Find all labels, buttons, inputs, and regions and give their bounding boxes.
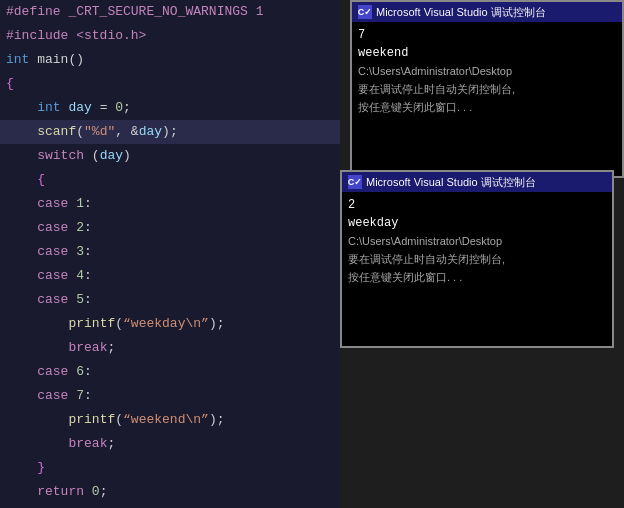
code-line-20: } bbox=[0, 456, 340, 480]
code-line-17: case 7: bbox=[0, 384, 340, 408]
console-2-titlebar: C✓ Microsoft Visual Studio 调试控制台 bbox=[342, 172, 612, 192]
code-line-16: case 6: bbox=[0, 360, 340, 384]
console-window-2[interactable]: C✓ Microsoft Visual Studio 调试控制台 2weekda… bbox=[340, 170, 614, 348]
code-line-12: case 4: bbox=[0, 264, 340, 288]
code-line-5: int day = 0; bbox=[0, 96, 340, 120]
code-line-2: #include <stdio.h> bbox=[0, 24, 340, 48]
code-line-15: break; bbox=[0, 336, 340, 360]
code-line-13: case 5: bbox=[0, 288, 340, 312]
console-1-icon: C✓ bbox=[358, 5, 372, 19]
code-line-21: return 0; bbox=[0, 480, 340, 504]
console-1-body: 7weekendC:\Users\Administrator\Desktop要在… bbox=[352, 22, 622, 120]
console-2-icon: C✓ bbox=[348, 175, 362, 189]
code-line-14: printf(“weekday\n”); bbox=[0, 312, 340, 336]
console-2-body: 2weekdayC:\Users\Administrator\Desktop要在… bbox=[342, 192, 612, 290]
code-line-6: scanf("%d", &day); bbox=[0, 120, 340, 144]
code-line-7: switch (day) bbox=[0, 144, 340, 168]
code-line-18: printf(“weekend\n”); bbox=[0, 408, 340, 432]
code-line-19: break; bbox=[0, 432, 340, 456]
code-line-9: case 1: bbox=[0, 192, 340, 216]
console-1-title: Microsoft Visual Studio 调试控制台 bbox=[376, 5, 546, 20]
code-line-8: { bbox=[0, 168, 340, 192]
code-line-4: { bbox=[0, 72, 340, 96]
code-editor: #define _CRT_SECURE_NO_WARNINGS 1#includ… bbox=[0, 0, 340, 508]
code-line-1: #define _CRT_SECURE_NO_WARNINGS 1 bbox=[0, 0, 340, 24]
code-line-11: case 3: bbox=[0, 240, 340, 264]
console-window-1[interactable]: C✓ Microsoft Visual Studio 调试控制台 7weeken… bbox=[350, 0, 624, 178]
code-line-10: case 2: bbox=[0, 216, 340, 240]
console-1-titlebar: C✓ Microsoft Visual Studio 调试控制台 bbox=[352, 2, 622, 22]
code-line-3: int main() bbox=[0, 48, 340, 72]
console-2-title: Microsoft Visual Studio 调试控制台 bbox=[366, 175, 536, 190]
